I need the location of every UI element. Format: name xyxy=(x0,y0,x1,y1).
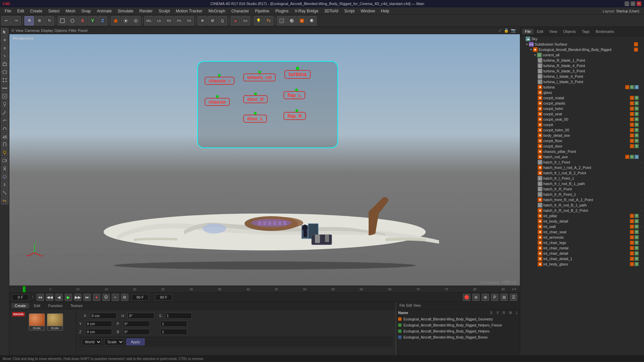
rpanel-tab-objects[interactable]: Objects xyxy=(560,29,578,34)
hier-hatch-fr-l-point[interactable]: L hatch_fr_l_Point ··· xyxy=(520,160,644,165)
rig-chassie-r[interactable]: chassie_r xyxy=(205,77,234,85)
viewport-expand-icon[interactable]: ⤢ xyxy=(498,28,502,33)
viewport-tab-panel[interactable]: Panel xyxy=(78,28,88,33)
hier-tag-int_body_detail-2[interactable]: ✕ xyxy=(635,219,639,223)
close-button[interactable]: ✕ xyxy=(637,1,641,6)
hier-tag-cocpit-2[interactable]: ✕ xyxy=(635,123,639,127)
rect-select-button[interactable]: RS xyxy=(164,16,174,25)
p-rotation-input[interactable] xyxy=(123,321,150,327)
hier-tag-cocpit-1[interactable]: □ xyxy=(630,123,634,127)
hier-tag-subdivision-1[interactable]: □ xyxy=(634,42,638,46)
hier-int-body-glass[interactable]: ▣ int_body_glass □ ✕ ··· xyxy=(520,261,644,267)
viewport-lock-icon[interactable]: 🔒 xyxy=(504,28,509,33)
rpanel-tab-view[interactable]: View xyxy=(547,29,560,34)
menu-plugins[interactable]: Plugins xyxy=(273,8,291,14)
timeline-icon-5[interactable]: ⊞ xyxy=(500,294,508,301)
hier-tag-int_armrests-2[interactable]: ✕ xyxy=(635,235,639,239)
hier-tag-cocpit_matal-2[interactable]: ✕ xyxy=(635,96,639,100)
tab-create[interactable]: Create xyxy=(11,303,29,308)
hier-hatch-front-l-rod-a-2-point[interactable]: ▣ hatch_front_l_rod_A_2_Point ··· xyxy=(520,165,644,170)
left-tool-spline[interactable] xyxy=(1,125,8,132)
render-settings-button[interactable] xyxy=(131,16,141,25)
left-tool-cursor[interactable] xyxy=(1,28,8,36)
rig-turbina[interactable]: turbina xyxy=(284,70,311,79)
go-to-end-button[interactable]: ⏭ xyxy=(84,294,91,301)
rpanel-tab-bookmarks[interactable]: Bookmarks xyxy=(593,29,617,34)
viewport-tab-cameras[interactable]: Cameras xyxy=(25,28,40,33)
texture-mode[interactable] xyxy=(68,16,77,25)
hier-tag-cocpit_helm-1[interactable]: □ xyxy=(630,107,634,111)
menu-window[interactable]: Window xyxy=(358,8,378,14)
hier-tag-cocpit_seat-2[interactable]: ✕ xyxy=(635,112,639,116)
rig-wheels-rot[interactable]: wheels_rot xyxy=(243,73,276,81)
hier-tag-cocpit_seat_00-1[interactable]: □ xyxy=(630,117,634,121)
left-tool-polygon[interactable] xyxy=(1,68,8,76)
hier-tri-subdivision[interactable]: ▼ xyxy=(526,43,528,46)
hier-int-chair-legs[interactable]: ▣ int_chair_legs □ ✕ ··· xyxy=(520,240,644,245)
hier-tag-body_detail_low-2[interactable]: ✕ xyxy=(635,133,639,137)
menu-mograph[interactable]: MoGraph xyxy=(206,8,228,14)
name-panel-view[interactable]: View xyxy=(413,304,421,307)
auto-record-button[interactable]: ⦿ xyxy=(102,294,110,301)
hier-int-chair-detail[interactable]: ▣ int_chair_detail □ ✕ ··· xyxy=(520,251,644,256)
hier-tag-int_body_glass-1[interactable]: □ xyxy=(630,262,634,266)
hier-tag-cocpit_matal-1[interactable]: □ xyxy=(630,96,634,100)
hier-hatch-fr-r-point-1[interactable]: L hatch_fr_R_Point_1 ··· xyxy=(520,192,644,197)
prev-frame-button[interactable]: ◀◀ xyxy=(46,294,53,301)
select-all-button[interactable]: SEL xyxy=(144,16,154,25)
scale-tool[interactable]: ⊞ xyxy=(35,16,44,25)
name-item-geometry[interactable]: Ecological_Aircraft_Blended-Wing_Body_Ri… xyxy=(396,316,520,322)
live-select-button[interactable]: LS xyxy=(154,16,164,25)
model-mode[interactable] xyxy=(58,16,67,25)
rig-flap-r[interactable]: flap_R xyxy=(283,112,306,120)
hier-tag-turbina-3[interactable]: X xyxy=(635,85,639,89)
hier-tag-int_body_detail-1[interactable]: □ xyxy=(630,219,634,223)
gouraud-button[interactable] xyxy=(307,16,317,25)
motion-track-button[interactable]: ≈ xyxy=(112,294,119,301)
maximize-button[interactable]: □ xyxy=(631,1,635,6)
hier-tag-int_wall-2[interactable]: ✕ xyxy=(635,225,639,229)
left-tool-object[interactable] xyxy=(1,60,8,68)
timeline-icon-1[interactable]: 🔴 xyxy=(463,294,470,301)
hier-turbina-r-blade-4-point[interactable]: L turbina_R_blade_4_Point ··· xyxy=(520,63,644,68)
left-tool-xpresso[interactable] xyxy=(1,189,8,196)
quantize-button[interactable]: Q xyxy=(218,16,227,25)
hier-tri-aircraft[interactable]: ▼ xyxy=(530,48,532,51)
hier-tag-int_chair_legs-1[interactable]: □ xyxy=(630,241,634,245)
hier-tag-hatch_rod_axe-2[interactable]: ✕ xyxy=(630,155,634,159)
rotate-tool[interactable]: ↻ xyxy=(45,16,54,25)
name-panel-file[interactable]: File xyxy=(399,304,405,307)
hier-tag-int_chair_detail_1-1[interactable]: □ xyxy=(630,257,634,261)
free-select-button[interactable]: FS xyxy=(184,16,194,25)
light-button[interactable]: 💡 xyxy=(254,16,263,25)
play-button[interactable]: ▶ xyxy=(65,294,72,301)
hier-tag-int_body_glass-2[interactable]: ✕ xyxy=(635,262,639,266)
left-tool-deform[interactable] xyxy=(1,117,8,124)
hier-tag-int_wall-1[interactable]: □ xyxy=(630,225,634,229)
viewport-tab-view[interactable]: View xyxy=(15,28,23,33)
wireframe-button[interactable] xyxy=(277,16,286,25)
rig-flap-l[interactable]: flap_L xyxy=(283,91,305,99)
hier-tag-aircraft-1[interactable]: □ xyxy=(634,48,638,52)
left-tool-brush[interactable] xyxy=(1,101,8,108)
z-axis[interactable]: Z xyxy=(98,16,107,25)
x-axis[interactable]: X xyxy=(78,16,87,25)
hier-int-chair-metal[interactable]: ▣ int_chair_metal □ ✕ ··· xyxy=(520,245,644,251)
timeline-icon-6[interactable]: ☰ xyxy=(510,294,517,301)
menu-file[interactable]: File xyxy=(2,8,14,14)
left-tool-material-manager[interactable]: $ xyxy=(1,181,8,188)
hier-int-pillar[interactable]: ▣ int_pillar □ ✕ ··· xyxy=(520,213,644,219)
left-tool-points[interactable] xyxy=(1,76,8,84)
hier-tag-cocpit_plastic-1[interactable]: □ xyxy=(630,101,634,105)
menu-motion-tracker[interactable]: Motion Tracker xyxy=(173,8,205,14)
hier-tag-cocpit_door-2[interactable]: ✕ xyxy=(635,144,639,148)
undo-button[interactable]: ↩ xyxy=(1,16,11,25)
hier-tag-hatch_rod_axe-3[interactable]: X xyxy=(635,155,639,159)
hier-turbina-l-blade-3-point[interactable]: L turbina_l_blade_3_Point ··· xyxy=(520,79,644,84)
hier-hatch-fr-r-rod-b-1-path[interactable]: L hatch_fr_R_rod_B_1_path ··· xyxy=(520,202,644,208)
hier-control-all[interactable]: ▼ ◎ control_all ··· xyxy=(520,52,644,58)
hier-subdivision[interactable]: ▼ SUB Subdivision Surface □ ··· xyxy=(520,42,644,47)
hier-tag-cocpit_door-1[interactable]: □ xyxy=(630,144,634,148)
hier-turbina-r-blade-1-point[interactable]: L turbina_R_blade_1_Point ··· xyxy=(520,58,644,63)
hier-hatch-fr-r-point[interactable]: L hatch_fr_R_Point ··· xyxy=(520,186,644,192)
